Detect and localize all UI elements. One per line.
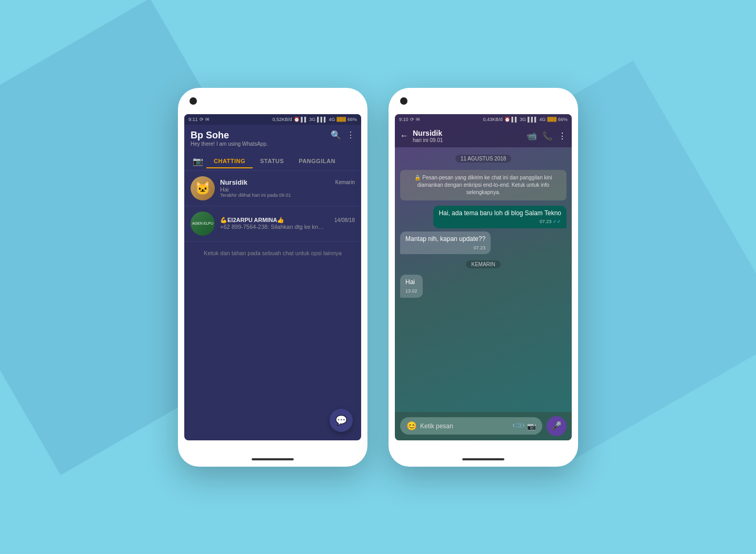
recv-msg-time: 07.23 [474, 245, 486, 250]
p2-msg-icon: ✉ [416, 117, 420, 122]
sent-msg-meta: 07.23 ✓✓ [439, 218, 561, 225]
nursidik-name: Nursidik [220, 178, 247, 186]
phone-1-screen: 9:11 ⟳ ✉ 0,52KB/d ⏰ ▌▌ 3G ▌▌▌ 4G ▓▓▓ 66% [184, 114, 361, 440]
camera-tab-icon[interactable]: 📷 [190, 152, 206, 170]
sent-msg-time: 07.23 [540, 219, 552, 224]
phone-1-home-bar [252, 458, 294, 460]
recv-msg2-time: 13.02 [405, 288, 417, 294]
signal-4g: ▌▌▌ [317, 117, 327, 122]
network-4g: 4G [329, 117, 335, 122]
alarm-icon: ⏰ [294, 117, 300, 122]
contact-info: Nursidik hari ini 09.01 [413, 129, 522, 143]
tab-chatting[interactable]: CHATTING [206, 154, 253, 168]
compose-fab[interactable]: 💬 [330, 409, 353, 432]
phone-1-status-bar: 9:11 ⟳ ✉ 0,52KB/d ⏰ ▌▌ 3G ▌▌▌ 4G ▓▓▓ 66% [184, 114, 361, 125]
chat2-header-icons: 📹 📞 ⋮ [526, 131, 566, 141]
attach-icon[interactable]: 📎 [511, 419, 526, 434]
cat-emoji: 🐱 [191, 176, 215, 200]
mic-button[interactable]: 🎤 [546, 416, 566, 436]
sent-msg-text: Hai, ada tema baru loh di blog Salam Tek… [439, 209, 561, 217]
app-subtitle: Hey there! I am using WhatsApp. [191, 141, 268, 147]
nursidik-avatar: 🐱 [191, 176, 215, 200]
agent-info: 💪El2ARPU ARMINA👍 14/08/18 +62 899-7564-2… [220, 217, 355, 230]
network-3g: 3G [309, 117, 315, 122]
phone-2-status-bar: 9:10 ⟳ ✉ 0,43KB/d ⏰ ▌▌ 3G ▌▌▌ 4G ▓▓▓ 66% [395, 114, 572, 125]
status-bar-left: 9:11 ⟳ ✉ [188, 117, 210, 122]
p2-net-3g: 3G [520, 117, 526, 122]
camera-icon[interactable]: 📷 [527, 422, 536, 430]
header-top: Bp Sohe Hey there! I am using WhatsApp. … [191, 130, 355, 147]
phone-2: 9:10 ⟳ ✉ 0,43KB/d ⏰ ▌▌ 3G ▌▌▌ 4G ▓▓▓ 66%… [389, 88, 578, 467]
nursidik-time: Kemarin [335, 179, 355, 185]
chat2-menu-icon[interactable]: ⋮ [558, 131, 566, 141]
phone-1-time: 9:11 [188, 117, 198, 122]
p2-status-left: 9:10 ⟳ ✉ [399, 117, 420, 122]
nursidik-info: Nursidik Kemarin Hai Terakhir dilihat ha… [220, 178, 355, 198]
contact-name: Nursidik [413, 129, 522, 137]
phone-1-header: Bp Sohe Hey there! I am using WhatsApp. … [184, 125, 361, 152]
phone-1-data: 0,52KB/d [273, 117, 292, 122]
status-bar-right: 0,52KB/d ⏰ ▌▌ 3G ▌▌▌ 4G ▓▓▓ 66% [273, 117, 357, 122]
phone-2-camera [400, 97, 407, 105]
tab-status[interactable]: STATUS [253, 154, 291, 168]
messages-area: 11 AGUSTUS 2018 🔒 Pesan-pesan yang dikir… [395, 147, 572, 412]
p2-signal-3g: ▌▌ [512, 117, 519, 122]
phone-2-home-bar [462, 458, 504, 460]
nursidik-preview: Hai [220, 186, 325, 193]
p2-battery: ▓▓▓ [547, 117, 556, 122]
chat-item-nursidik[interactable]: 🐱 Nursidik Kemarin Hai Terakhir dilihat … [184, 171, 361, 206]
compose-icon: 💬 [335, 415, 347, 426]
phones-container: 9:11 ⟳ ✉ 0,52KB/d ⏰ ▌▌ 3G ▌▌▌ 4G ▓▓▓ 66% [178, 88, 578, 467]
emoji-icon[interactable]: 😊 [406, 421, 417, 431]
battery-indicator: ▓▓▓ [336, 117, 346, 122]
search-icon[interactable]: 🔍 [331, 130, 341, 140]
signal-3g: ▌▌ [301, 117, 308, 122]
phone-1-camera [190, 97, 197, 105]
mic-icon: 🎤 [551, 421, 562, 431]
received-message-1: Mantap nih, kapan update?? 07.23 [400, 231, 491, 254]
recv-msg-text: Mantap nih, kapan update?? [405, 235, 485, 243]
p2-battery-pct: 66% [558, 117, 568, 122]
chat-list: 🐱 Nursidik Kemarin Hai Terakhir dilihat … [184, 171, 361, 440]
date-separator-kemarin: KEMARIN [466, 260, 501, 268]
tabs-bar: 📷 CHATTING STATUS PANGGILAN [184, 152, 361, 171]
agent-avatar: AGEN ELPU [191, 211, 215, 236]
agent-preview: +62 899-7564-238: Silahkan dtg ke kntr a… [220, 224, 325, 230]
recv-msg-meta: 07.23 [405, 245, 485, 251]
security-notice[interactable]: 🔒 Pesan-pesan yang dikirim ke chat ini d… [400, 170, 566, 200]
date-separator-1: 11 AGUSTUS 2018 [455, 155, 512, 163]
nursidik-subline: Terakhir dilihat hari ini pada 09.01 [220, 193, 325, 198]
phone-2-time: 9:10 [399, 117, 409, 122]
chat-item-agent[interactable]: AGEN ELPU 💪El2ARPU ARMINA👍 14/08/18 +62 … [184, 206, 361, 241]
recv-msg2-meta: 13.02 [405, 288, 417, 295]
phone-2-data: 0,43KB/d [483, 117, 503, 122]
chat-hint: Ketuk dan tahan pada sebuah chat untuk o… [184, 241, 361, 265]
p2-status-right: 0,43KB/d ⏰ ▌▌ 3G ▌▌▌ 4G ▓▓▓ 66% [483, 117, 568, 122]
header-icons: 🔍 ⋮ [331, 130, 355, 140]
sync-icon: ⟳ [200, 117, 204, 122]
message-input-field[interactable]: 😊 Ketik pesan 📎 📷 [400, 417, 542, 435]
header-text: Bp Sohe Hey there! I am using WhatsApp. [191, 130, 268, 147]
recv-msg2-text: Hai [405, 278, 415, 286]
p2-sync-icon: ⟳ [410, 117, 414, 122]
battery-pct: 66% [347, 117, 357, 122]
agent-name-row: 💪El2ARPU ARMINA👍 14/08/18 [220, 217, 355, 224]
msg-icon: ✉ [205, 117, 210, 122]
message-placeholder[interactable]: Ketik pesan [420, 422, 510, 430]
menu-icon[interactable]: ⋮ [346, 130, 355, 140]
contact-status: hari ini 09.01 [413, 137, 522, 143]
p2-signal-4g: ▌▌▌ [528, 117, 538, 122]
agent-time: 14/08/18 [334, 217, 355, 223]
back-button[interactable]: ← [400, 131, 409, 140]
video-call-icon[interactable]: 📹 [526, 131, 537, 141]
voice-call-icon[interactable]: 📞 [542, 131, 553, 141]
tab-panggilan[interactable]: PANGGILAN [291, 154, 343, 168]
agent-name: 💪El2ARPU ARMINA👍 [220, 217, 284, 224]
sent-msg-ticks: ✓✓ [553, 219, 561, 224]
app-title: Bp Sohe [191, 130, 268, 141]
phone-2-screen: 9:10 ⟳ ✉ 0,43KB/d ⏰ ▌▌ 3G ▌▌▌ 4G ▓▓▓ 66%… [395, 114, 572, 440]
phone-2-chat-header: ← Nursidik hari ini 09.01 📹 📞 ⋮ [395, 125, 572, 147]
sent-message-1: Hai, ada tema baru loh di blog Salam Tek… [433, 206, 566, 228]
nursidik-name-row: Nursidik Kemarin [220, 178, 355, 186]
received-message-2: Hai 13.02 [400, 275, 423, 297]
